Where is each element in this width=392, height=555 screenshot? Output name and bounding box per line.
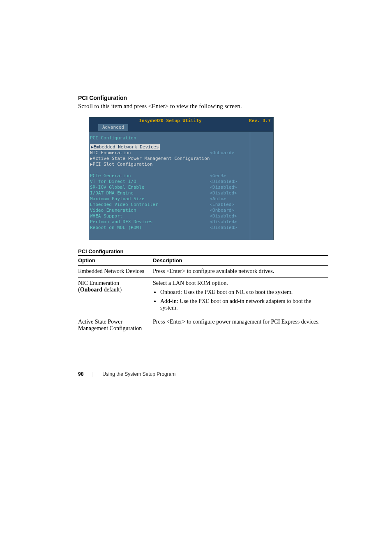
description-cell: Press <Enter> to configure power managem… bbox=[153, 316, 328, 334]
bios-item-label: VT for Direct I/O bbox=[90, 179, 210, 185]
footer-separator-icon: | bbox=[92, 371, 94, 377]
bios-item-label: Reboot on WOL (ROW) bbox=[90, 225, 210, 231]
bullet-item: Add-in: Use the PXE boot on add-in netwo… bbox=[160, 298, 328, 311]
bios-row: Reboot on WOL (ROW) <Disabled> bbox=[90, 225, 247, 231]
options-table: Option Description Embedded Network Devi… bbox=[78, 255, 328, 334]
option-note-suffix: default) bbox=[102, 287, 122, 293]
bios-row: Maximum Payload Size <Auto> bbox=[90, 196, 247, 202]
bios-value: <Disabled> bbox=[210, 225, 247, 231]
table-header-option: Option bbox=[78, 256, 153, 266]
bios-value: <Disabled> bbox=[210, 190, 247, 196]
bios-screenshot: InsydeH20 Setup Utility Rev. 3.7 Advance… bbox=[89, 117, 274, 240]
bios-row: Perfmon and DFX Devices <Disabled> bbox=[90, 219, 247, 225]
option-name: NIC Enumeration bbox=[78, 280, 119, 286]
bios-value: <Disabled> bbox=[210, 185, 247, 190]
page-number: 98 bbox=[78, 371, 83, 377]
table-caption: PCI Configuration bbox=[78, 248, 328, 254]
bios-row: SR-IOV Global Enable <Disabled> bbox=[90, 185, 247, 190]
bios-tab-advanced: Advanced bbox=[98, 124, 128, 131]
bios-value: <Auto> bbox=[210, 196, 247, 202]
option-cell: NIC Enumeration (Onboard default) bbox=[78, 278, 153, 317]
bios-value: <Gen3> bbox=[210, 173, 247, 179]
bios-item-label: WHEA Support bbox=[90, 213, 210, 219]
bios-item-label: ▶PCI Slot Configuration bbox=[90, 162, 210, 167]
bios-value bbox=[210, 156, 247, 162]
bios-item-label: Embedded Video Controller bbox=[90, 202, 210, 208]
bios-body-left: PCI Configuration ▶Embedded Network Devi… bbox=[89, 132, 250, 240]
bios-value: <Disabled> bbox=[210, 219, 247, 225]
bios-row: PCIe Generation <Gen3> bbox=[90, 173, 247, 179]
bios-item-label: NIC Enumeration bbox=[90, 150, 210, 156]
bios-title: InsydeH20 Setup Utility bbox=[139, 118, 201, 124]
bios-row: ▶PCI Slot Configuration bbox=[90, 162, 247, 167]
bios-row: WHEA Support <Disabled> bbox=[90, 213, 247, 219]
bios-value: <Enabled> bbox=[210, 202, 247, 208]
bios-item-label: SR-IOV Global Enable bbox=[90, 185, 210, 190]
bios-row: ▶Embedded Network Devices bbox=[90, 144, 247, 150]
bios-tab-row: Advanced bbox=[89, 124, 273, 132]
description-lead: Select a LAN boot ROM option. bbox=[153, 280, 228, 286]
table-row: Active State Power Management Configurat… bbox=[78, 316, 328, 334]
footer-chapter: Using the System Setup Program bbox=[102, 371, 175, 377]
bios-revision: Rev. 3.7 bbox=[249, 118, 271, 124]
bios-value: <Disabled> bbox=[210, 179, 247, 185]
option-cell: Active State Power Management Configurat… bbox=[78, 316, 153, 334]
bios-item-label: Video Enumeration bbox=[90, 208, 210, 213]
bios-row: VT for Direct I/O <Disabled> bbox=[90, 179, 247, 185]
bios-item-label: I/OAT DMA Engine bbox=[90, 190, 210, 196]
bios-value bbox=[210, 162, 247, 167]
bios-value bbox=[210, 144, 247, 150]
description-bullets: Onboard: Uses the PXE boot on NICs to bo… bbox=[153, 289, 328, 311]
bios-subheading: PCI Configuration bbox=[90, 135, 247, 141]
bios-row: Video Enumeration <Onboard> bbox=[90, 208, 247, 213]
page-footer: 98 | Using the System Setup Program bbox=[78, 371, 328, 377]
bios-body-right bbox=[250, 132, 273, 240]
bios-item-highlight: ▶Embedded Network Devices bbox=[90, 144, 160, 150]
section-intro: Scroll to this item and press <Enter> to… bbox=[78, 103, 328, 110]
option-default-bold: Onboard bbox=[80, 287, 102, 293]
bios-row: ▶Active State Power Management Configura… bbox=[90, 156, 247, 162]
bios-item-label: Maximum Payload Size bbox=[90, 196, 210, 202]
table-row: NIC Enumeration (Onboard default) Select… bbox=[78, 278, 328, 317]
bios-titlebar: InsydeH20 Setup Utility Rev. 3.7 bbox=[89, 118, 273, 124]
table-header-description: Description bbox=[153, 256, 328, 266]
bios-row: I/OAT DMA Engine <Disabled> bbox=[90, 190, 247, 196]
section-heading: PCI Configuration bbox=[78, 95, 328, 101]
table-row: Embedded Network Devices Press <Enter> t… bbox=[78, 266, 328, 278]
bios-row: NIC Enumeration <Onboard> bbox=[90, 150, 247, 156]
bios-value: <Onboard> bbox=[210, 208, 247, 213]
description-cell: Press <Enter> to configure available net… bbox=[153, 266, 328, 278]
option-cell: Embedded Network Devices bbox=[78, 266, 153, 278]
bios-item-label: PCIe Generation bbox=[90, 173, 210, 179]
bios-value: <Onboard> bbox=[210, 150, 247, 156]
bullet-item: Onboard: Uses the PXE boot on NICs to bo… bbox=[160, 289, 328, 296]
bios-value: <Disabled> bbox=[210, 213, 247, 219]
bios-item-label: Perfmon and DFX Devices bbox=[90, 219, 210, 225]
bios-item-label: ▶Active State Power Management Configura… bbox=[90, 156, 210, 162]
description-cell: Select a LAN boot ROM option. Onboard: U… bbox=[153, 278, 328, 317]
bios-row: Embedded Video Controller <Enabled> bbox=[90, 202, 247, 208]
